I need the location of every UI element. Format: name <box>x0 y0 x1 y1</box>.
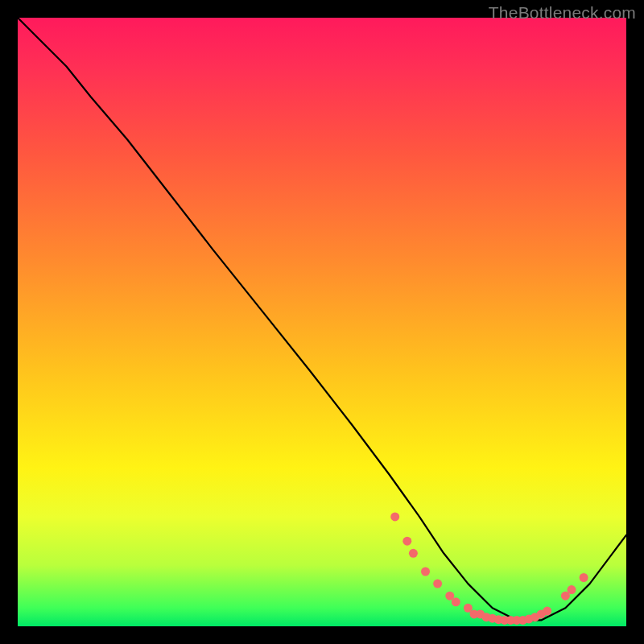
chart-marker <box>580 573 588 582</box>
chart-marker <box>433 580 442 588</box>
chart-marker <box>409 549 418 558</box>
chart-marker <box>390 512 399 521</box>
chart-marker <box>568 585 576 594</box>
chart-overlay-svg <box>18 18 626 626</box>
chart-marker <box>452 597 460 606</box>
chart-marker <box>543 607 551 616</box>
chart-curve <box>18 18 626 620</box>
chart-frame: TheBottleneck.com <box>0 0 644 644</box>
chart-marker <box>421 568 430 576</box>
chart-marker-group <box>390 512 588 625</box>
chart-plot-area <box>18 18 626 626</box>
watermark-text: TheBottleneck.com <box>489 3 636 23</box>
chart-marker <box>402 537 411 546</box>
